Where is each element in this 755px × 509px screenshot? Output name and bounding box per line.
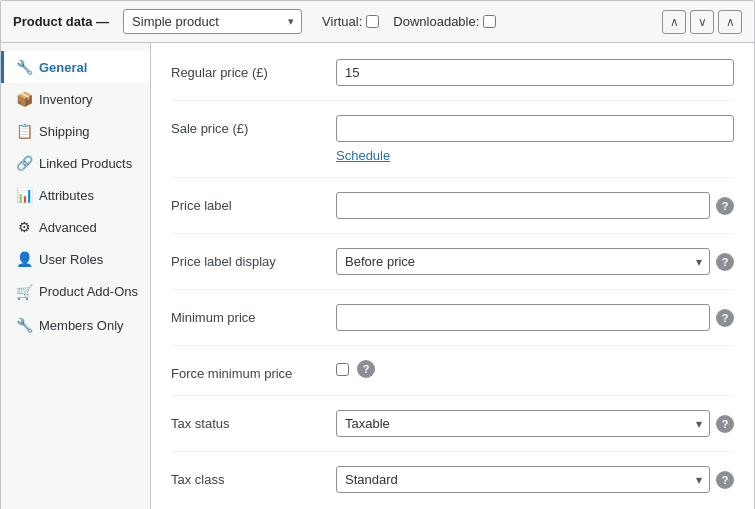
advanced-icon: ⚙	[16, 219, 32, 235]
price-label-display-row: Price label display Before price After p…	[171, 248, 734, 290]
product-data-header: Product data — Simple product Variable p…	[1, 1, 754, 43]
product-data-title: Product data —	[13, 14, 109, 29]
sale-price-row: Sale price (£) Schedule	[171, 115, 734, 178]
regular-price-row: Regular price (£)	[171, 59, 734, 101]
tax-status-field: Taxable Shipping only None ?	[336, 410, 734, 437]
nav-down-button[interactable]: ∨	[690, 10, 714, 34]
sidebar-item-general[interactable]: 🔧 General	[1, 51, 150, 83]
sidebar-item-attributes[interactable]: 📊 Attributes	[1, 179, 150, 211]
minimum-price-row: Minimum price ?	[171, 304, 734, 346]
sidebar-item-members-only[interactable]: 🔧 Members Only	[1, 309, 150, 341]
product-add-ons-icon: 🛒	[16, 284, 32, 300]
regular-price-field	[336, 59, 734, 86]
tax-status-select-wrapper: Taxable Shipping only None	[336, 410, 710, 437]
sidebar-label-members-only: Members Only	[39, 318, 124, 333]
downloadable-checkbox-label[interactable]: Downloadable:	[393, 14, 496, 29]
sidebar-label-linked-products: Linked Products	[39, 156, 132, 171]
price-label-field: ?	[336, 192, 734, 219]
tax-status-row: Tax status Taxable Shipping only None ?	[171, 410, 734, 452]
user-roles-icon: 👤	[16, 251, 32, 267]
sidebar-item-user-roles[interactable]: 👤 User Roles	[1, 243, 150, 275]
regular-price-input[interactable]	[336, 59, 734, 86]
price-label-display-select[interactable]: Before price After price Hidden	[336, 248, 710, 275]
sidebar-label-inventory: Inventory	[39, 92, 92, 107]
main-content: Regular price (£) Sale price (£) Schedul…	[151, 43, 754, 509]
tax-status-select[interactable]: Taxable Shipping only None	[336, 410, 710, 437]
price-label-label: Price label	[171, 192, 336, 213]
sidebar-label-shipping: Shipping	[39, 124, 90, 139]
regular-price-label: Regular price (£)	[171, 59, 336, 80]
minimum-price-field: ?	[336, 304, 734, 331]
price-label-display-field: Before price After price Hidden ?	[336, 248, 734, 275]
downloadable-checkbox[interactable]	[483, 15, 496, 28]
product-type-select-wrapper: Simple product Variable product Grouped …	[123, 9, 302, 34]
sidebar-item-advanced[interactable]: ⚙ Advanced	[1, 211, 150, 243]
attributes-icon: 📊	[16, 187, 32, 203]
sidebar-label-advanced: Advanced	[39, 220, 97, 235]
minimum-price-label: Minimum price	[171, 304, 336, 325]
header-checkboxes: Virtual: Downloadable:	[322, 14, 496, 29]
tax-class-field: Standard Reduced rate Zero rate ?	[336, 466, 734, 493]
tax-class-select-wrapper: Standard Reduced rate Zero rate	[336, 466, 710, 493]
sidebar-item-shipping[interactable]: 📋 Shipping	[1, 115, 150, 147]
sale-price-field: Schedule	[336, 115, 734, 163]
downloadable-label: Downloadable:	[393, 14, 479, 29]
minimum-price-help-icon[interactable]: ?	[716, 309, 734, 327]
header-nav-buttons: ∧ ∨ ∧	[662, 10, 742, 34]
tax-class-select[interactable]: Standard Reduced rate Zero rate	[336, 466, 710, 493]
price-label-display-help-icon[interactable]: ?	[716, 253, 734, 271]
price-label-row: Price label ?	[171, 192, 734, 234]
inventory-icon: 📦	[16, 91, 32, 107]
force-minimum-price-label: Force minimum price	[171, 360, 336, 381]
virtual-checkbox[interactable]	[366, 15, 379, 28]
force-minimum-price-field: ?	[336, 360, 734, 378]
virtual-label: Virtual:	[322, 14, 362, 29]
virtual-checkbox-label[interactable]: Virtual:	[322, 14, 379, 29]
minimum-price-input[interactable]	[336, 304, 710, 331]
product-type-select[interactable]: Simple product Variable product Grouped …	[123, 9, 302, 34]
sidebar-item-product-add-ons[interactable]: 🛒 Product Add-Ons	[1, 275, 150, 309]
force-minimum-price-checkbox[interactable]	[336, 363, 349, 376]
sidebar-label-attributes: Attributes	[39, 188, 94, 203]
tax-status-help-icon[interactable]: ?	[716, 415, 734, 433]
tax-class-row: Tax class Standard Reduced rate Zero rat…	[171, 466, 734, 507]
sidebar-item-linked-products[interactable]: 🔗 Linked Products	[1, 147, 150, 179]
sidebar: 🔧 General 📦 Inventory 📋 Shipping 🔗 Linke…	[1, 43, 151, 509]
sidebar-label-general: General	[39, 60, 87, 75]
price-label-help-icon[interactable]: ?	[716, 197, 734, 215]
schedule-link[interactable]: Schedule	[336, 148, 390, 163]
sidebar-label-product-add-ons: Product Add-Ons	[39, 283, 138, 301]
price-label-display-select-wrapper: Before price After price Hidden	[336, 248, 710, 275]
nav-up-button[interactable]: ∧	[662, 10, 686, 34]
product-data-body: 🔧 General 📦 Inventory 📋 Shipping 🔗 Linke…	[1, 43, 754, 509]
price-label-display-label: Price label display	[171, 248, 336, 269]
shipping-icon: 📋	[16, 123, 32, 139]
force-minimum-price-help-icon[interactable]: ?	[357, 360, 375, 378]
product-data-panel: Product data — Simple product Variable p…	[0, 0, 755, 509]
sale-price-input[interactable]	[336, 115, 734, 142]
link-icon: 🔗	[16, 155, 32, 171]
force-minimum-price-row: Force minimum price ?	[171, 360, 734, 396]
members-only-icon: 🔧	[16, 317, 32, 333]
tax-status-label: Tax status	[171, 410, 336, 431]
nav-collapse-button[interactable]: ∧	[718, 10, 742, 34]
price-label-input[interactable]	[336, 192, 710, 219]
sale-price-label: Sale price (£)	[171, 115, 336, 136]
sidebar-item-inventory[interactable]: 📦 Inventory	[1, 83, 150, 115]
wrench-icon: 🔧	[16, 59, 32, 75]
tax-class-help-icon[interactable]: ?	[716, 471, 734, 489]
tax-class-label: Tax class	[171, 466, 336, 487]
sidebar-label-user-roles: User Roles	[39, 252, 103, 267]
